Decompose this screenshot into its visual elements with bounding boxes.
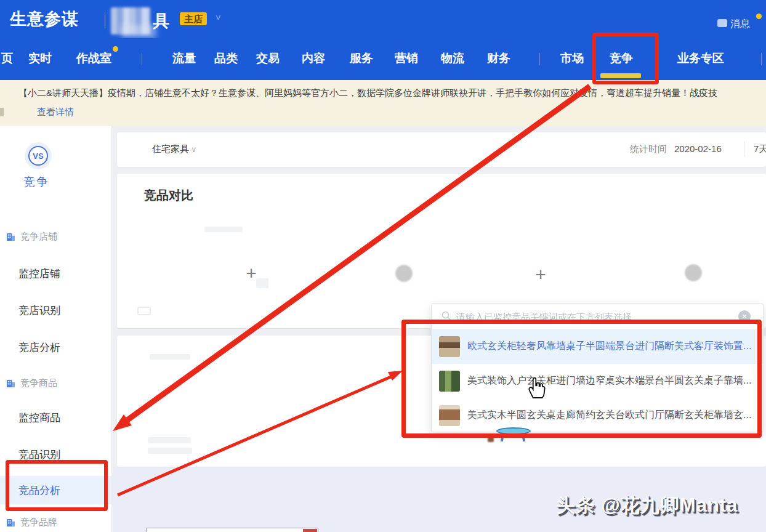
category-select[interactable]: 住宅家具∨ bbox=[152, 143, 197, 155]
nav-item-finance[interactable]: 财务 bbox=[487, 50, 510, 66]
dropdown-product-item[interactable]: 美式实木半圆玄关桌走廊简约玄关台欧式门厅隔断玄关柜靠墙玄... bbox=[432, 398, 763, 433]
nav-separator bbox=[142, 53, 142, 65]
nav-item-content[interactable]: 内容 bbox=[302, 50, 325, 66]
nav-separator bbox=[539, 53, 540, 65]
announcement-text: 【小二&讲师天天播】疫情期，店铺生意不太好？生意参谋、阿里妈妈等官方小二，数据学… bbox=[18, 87, 766, 99]
vs-module-icon: VS bbox=[25, 142, 52, 169]
nav-item-trade[interactable]: 交易 bbox=[256, 50, 280, 66]
nav-separator bbox=[761, 53, 762, 65]
sidebar-item-product-analysis[interactable]: 竞品分析 bbox=[18, 483, 60, 498]
filter-divider bbox=[744, 141, 744, 157]
nav-item-marketing[interactable]: 营销 bbox=[395, 50, 418, 66]
shop-name-suffix: 具 bbox=[153, 10, 169, 32]
placeholder-text bbox=[148, 448, 192, 454]
dropdown-product-item[interactable]: 美式装饰入户玄关柜进门墙边窄桌实木端景台半圆玄关桌子靠墙... bbox=[432, 364, 763, 398]
message-icon[interactable] bbox=[717, 19, 727, 27]
nav-item-realtime[interactable]: 实时 bbox=[28, 50, 52, 66]
checkbox-icon[interactable] bbox=[137, 307, 151, 315]
placeholder-text bbox=[204, 227, 243, 232]
placeholder-text bbox=[148, 437, 191, 443]
competitor-search-dropdown: × 欧式玄关柜轻奢风靠墙桌子半圆端景台进门隔断美式客厅装饰置... 美式装饰入户… bbox=[431, 303, 764, 432]
product-slot-circle-icon[interactable] bbox=[685, 264, 702, 281]
sidebar-section-competing-shops: 竞争店铺 bbox=[6, 231, 57, 243]
nav-item-warroom[interactable]: 作战室 bbox=[76, 50, 111, 66]
nav-item-home[interactable]: 页 bbox=[1, 50, 13, 66]
sidebar-item-product-identify[interactable]: 竞品识别 bbox=[18, 448, 60, 462]
placeholder-text bbox=[150, 354, 190, 360]
view-details-link[interactable]: 查看详情 bbox=[37, 107, 74, 118]
app-header: 生意参谋 具 主店 ˅ 消息 bbox=[0, 0, 766, 38]
announcement-bar: 【小二&讲师天天播】疫情期，店铺生意不太好？生意参谋、阿里妈妈等官方小二，数据学… bbox=[0, 80, 766, 126]
placeholder-block bbox=[256, 278, 268, 288]
sidebar: VS 竞争 竞争店铺 监控店铺 竞店识别 竞店分析 竞争商品 监控商品 竞品识别… bbox=[0, 126, 112, 532]
watermark-text: 头条 @花九卿Manta bbox=[556, 493, 738, 518]
messages-notification-dot bbox=[756, 14, 762, 19]
product-thumbnail bbox=[439, 336, 460, 357]
sidebar-item-monitor-shops[interactable]: 监控店铺 bbox=[18, 267, 60, 281]
filter-bar: 住宅家具∨ 统计时间 2020-02-16 7天 bbox=[117, 132, 766, 167]
active-tab-underline bbox=[600, 73, 641, 78]
nav-item-traffic[interactable]: 流量 bbox=[172, 50, 196, 66]
add-competitor-plus-icon[interactable]: + bbox=[531, 266, 550, 284]
chevron-down-icon: ∨ bbox=[191, 145, 197, 154]
clear-search-icon[interactable]: × bbox=[738, 310, 751, 323]
product-title: 欧式玄关柜轻奢风靠墙桌子半圆端景台进门隔断美式客厅装饰置... bbox=[467, 340, 756, 353]
clipped-bottom-panel bbox=[146, 528, 318, 532]
search-row: × bbox=[432, 304, 763, 329]
sidebar-item-monitor-products[interactable]: 监控商品 bbox=[18, 411, 60, 425]
nav-item-logistics[interactable]: 物流 bbox=[441, 50, 464, 66]
nav-item-competition[interactable]: 竞争 bbox=[610, 50, 633, 66]
sidebar-item-shop-identify[interactable]: 竞店识别 bbox=[18, 304, 60, 318]
primary-nav: 页 实时 作战室 流量 品类 交易 内容 服务 营销 物流 财务 市场 竞争 业… bbox=[0, 38, 766, 80]
building-icon bbox=[6, 518, 15, 527]
nav-item-market[interactable]: 市场 bbox=[560, 50, 584, 66]
announcement-icon bbox=[0, 108, 4, 116]
product-thumbnail bbox=[439, 405, 460, 426]
shop-name-blur-artifact bbox=[121, 25, 156, 38]
brand-logo: 生意参谋 bbox=[10, 8, 79, 30]
product-thumbnail bbox=[439, 371, 460, 392]
warroom-notification-dot bbox=[113, 46, 118, 52]
building-icon bbox=[6, 232, 15, 241]
nav-item-category[interactable]: 品类 bbox=[214, 50, 238, 66]
dropdown-product-item[interactable]: 欧式玄关柜轻奢风靠墙桌子半圆端景台进门隔断美式客厅装饰置... bbox=[432, 329, 763, 364]
competitor-search-input[interactable] bbox=[456, 307, 703, 326]
nav-item-business-zone[interactable]: 业务专区 bbox=[677, 50, 724, 66]
product-title: 美式装饰入户玄关柜进门墙边窄桌实木端景台半圆玄关桌子靠墙... bbox=[467, 374, 756, 387]
clipped-red-button bbox=[303, 529, 317, 532]
sidebar-item-shop-analysis[interactable]: 竞店分析 bbox=[18, 341, 60, 355]
stat-date-value[interactable]: 2020-02-16 bbox=[674, 143, 722, 154]
stat-time-label: 统计时间 bbox=[630, 143, 667, 155]
nav-item-service[interactable]: 服务 bbox=[350, 50, 373, 66]
building-icon bbox=[6, 379, 15, 388]
product-slot-circle-icon[interactable] bbox=[395, 265, 413, 282]
main-shop-badge: 主店 bbox=[180, 12, 207, 25]
empty-state-table-illustration bbox=[496, 425, 531, 442]
brand-divider bbox=[105, 12, 105, 28]
hand-cursor-icon bbox=[525, 375, 546, 400]
sycm-competition-page: 生意参谋 具 主店 ˅ 消息 页 实时 作战室 流量 品类 交易 内容 服务 营… bbox=[0, 0, 766, 532]
product-title: 美式实木半圆玄关桌走廊简约玄关台欧式门厅隔断玄关柜靠墙玄... bbox=[467, 409, 756, 422]
sidebar-section-competing-brands: 竞争品牌 bbox=[6, 517, 57, 528]
search-icon bbox=[441, 311, 451, 321]
messages-link[interactable]: 消息 bbox=[730, 18, 750, 31]
shop-switch-chevron-down-icon[interactable]: ˅ bbox=[216, 12, 221, 23]
sidebar-module-title: 竞争 bbox=[23, 174, 49, 190]
sidebar-section-competing-items: 竞争商品 bbox=[6, 377, 57, 389]
card-title: 竞品对比 bbox=[144, 187, 193, 204]
period-7d-tab[interactable]: 7天 bbox=[754, 143, 766, 155]
